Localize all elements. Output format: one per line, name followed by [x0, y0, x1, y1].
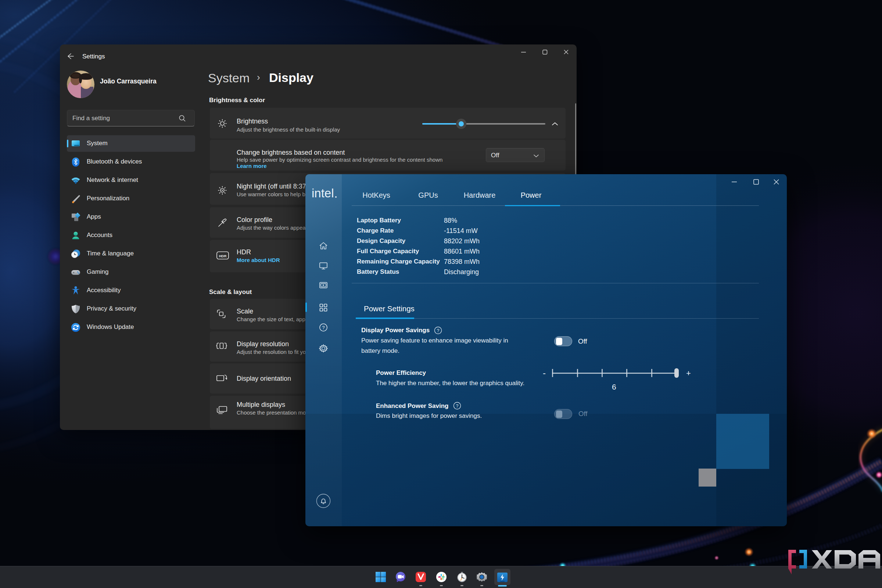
svg-text:HDR: HDR [219, 254, 227, 258]
svg-text:?: ? [322, 325, 324, 330]
svg-text:?: ? [456, 404, 459, 409]
svg-text:?: ? [437, 328, 440, 333]
